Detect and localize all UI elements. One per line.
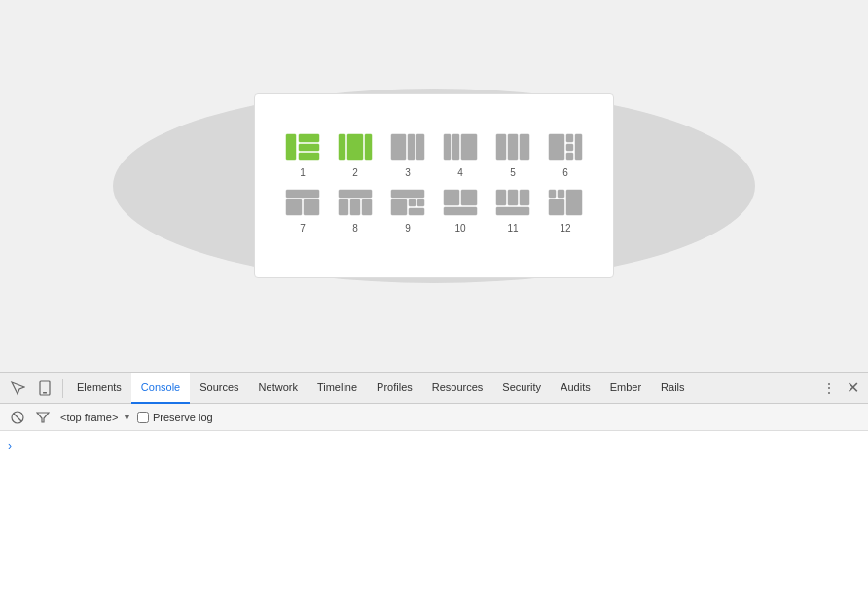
frame-dropdown-arrow: ▼: [123, 413, 131, 422]
layout-icon-7: [282, 186, 323, 219]
filter-icon[interactable]: [33, 408, 53, 427]
svg-rect-32: [409, 208, 424, 215]
svg-rect-42: [566, 190, 582, 215]
svg-rect-12: [461, 134, 477, 160]
svg-rect-25: [339, 199, 348, 215]
grid-label-10: 10: [454, 223, 465, 234]
svg-rect-5: [347, 134, 363, 160]
svg-rect-18: [566, 144, 573, 151]
svg-rect-9: [416, 134, 424, 160]
grid-item-7[interactable]: 7: [282, 186, 323, 234]
grid-item-2[interactable]: 2: [335, 130, 376, 178]
svg-rect-2: [299, 144, 319, 151]
oval-background: 1 2: [113, 89, 755, 283]
more-options-button[interactable]: ⋮: [817, 375, 841, 402]
svg-rect-29: [391, 199, 407, 215]
close-devtools-button[interactable]: ✕: [841, 375, 864, 402]
grid-label-9: 9: [405, 223, 411, 234]
svg-rect-10: [444, 134, 451, 160]
grid-label-8: 8: [352, 223, 358, 234]
grid-item-10[interactable]: 10: [440, 186, 481, 234]
svg-rect-41: [558, 190, 564, 198]
console-toolbar: <top frame> ▼ Preserve log: [0, 404, 868, 431]
frame-selector[interactable]: <top frame> ▼: [58, 412, 131, 423]
grid-row-1: 1 2: [282, 130, 586, 178]
grid-row-2: 7 8: [282, 186, 586, 234]
grid-label-2: 2: [352, 167, 358, 178]
svg-rect-15: [520, 134, 529, 160]
grid-item-8[interactable]: 8: [335, 186, 376, 234]
svg-rect-3: [299, 153, 319, 160]
svg-rect-7: [391, 134, 406, 160]
svg-rect-21: [286, 190, 319, 198]
tab-resources[interactable]: Resources: [422, 373, 493, 404]
layout-icon-5: [492, 130, 533, 163]
layout-icon-9: [387, 186, 428, 219]
svg-line-47: [14, 414, 21, 421]
layout-icon-10: [440, 186, 481, 219]
svg-rect-1: [299, 134, 319, 142]
console-prompt[interactable]: ›: [8, 435, 860, 456]
grid-label-1: 1: [300, 167, 306, 178]
tab-ember[interactable]: Ember: [600, 373, 651, 404]
svg-rect-40: [549, 190, 556, 198]
svg-rect-16: [549, 134, 564, 160]
preserve-log-checkbox[interactable]: [137, 412, 149, 423]
tab-network[interactable]: Network: [249, 373, 307, 404]
layout-icon-3: [387, 130, 428, 163]
devtools-panel: Elements Console Sources Network Timelin…: [0, 372, 868, 614]
grid-item-6[interactable]: 6: [545, 130, 586, 178]
grid-label-11: 11: [507, 223, 518, 234]
grid-item-11[interactable]: 11: [492, 186, 533, 234]
tab-elements[interactable]: Elements: [67, 373, 131, 404]
tab-security[interactable]: Security: [492, 373, 551, 404]
grid-label-12: 12: [560, 223, 570, 234]
svg-rect-36: [496, 190, 506, 205]
layout-panel: 1 2: [254, 93, 614, 278]
console-content: ›: [0, 431, 868, 614]
svg-rect-43: [549, 199, 564, 215]
grid-item-1[interactable]: 1: [282, 130, 323, 178]
svg-marker-48: [37, 413, 49, 422]
grid-item-5[interactable]: 5: [492, 130, 533, 178]
svg-rect-24: [339, 190, 372, 198]
device-icon[interactable]: [31, 375, 58, 402]
svg-rect-30: [409, 199, 416, 206]
svg-rect-39: [496, 207, 529, 215]
tab-console[interactable]: Console: [131, 373, 190, 404]
layout-icon-1: [282, 130, 323, 163]
svg-rect-17: [566, 134, 573, 142]
svg-rect-14: [508, 134, 518, 160]
tab-rails[interactable]: Rails: [651, 373, 694, 404]
svg-rect-22: [286, 199, 302, 215]
svg-rect-23: [304, 199, 319, 215]
svg-rect-38: [520, 190, 529, 205]
tab-timeline[interactable]: Timeline: [307, 373, 367, 404]
grid-label-4: 4: [457, 167, 463, 178]
main-content: 1 2: [0, 0, 868, 372]
grid-item-4[interactable]: 4: [440, 130, 481, 178]
svg-rect-8: [408, 134, 415, 160]
tab-divider: [62, 379, 63, 398]
svg-rect-19: [566, 153, 573, 160]
grid-label-5: 5: [510, 167, 516, 178]
svg-rect-34: [461, 190, 477, 205]
svg-rect-0: [286, 134, 296, 160]
svg-rect-13: [496, 134, 506, 160]
svg-rect-27: [362, 199, 372, 215]
grid-item-3[interactable]: 3: [387, 130, 428, 178]
tab-audits[interactable]: Audits: [551, 373, 600, 404]
tab-profiles[interactable]: Profiles: [367, 373, 422, 404]
layout-icon-12: [545, 186, 586, 219]
grid-label-7: 7: [300, 223, 306, 234]
inspect-icon[interactable]: [4, 375, 31, 402]
clear-console-icon[interactable]: [8, 408, 27, 427]
preserve-log-label[interactable]: Preserve log: [137, 412, 213, 423]
frame-select-input[interactable]: <top frame>: [58, 412, 121, 423]
grid-item-9[interactable]: 9: [387, 186, 428, 234]
preserve-log-text: Preserve log: [153, 412, 213, 423]
svg-rect-28: [391, 190, 424, 198]
tab-sources[interactable]: Sources: [190, 373, 248, 404]
layout-icon-2: [335, 130, 376, 163]
grid-item-12[interactable]: 12: [545, 186, 586, 234]
